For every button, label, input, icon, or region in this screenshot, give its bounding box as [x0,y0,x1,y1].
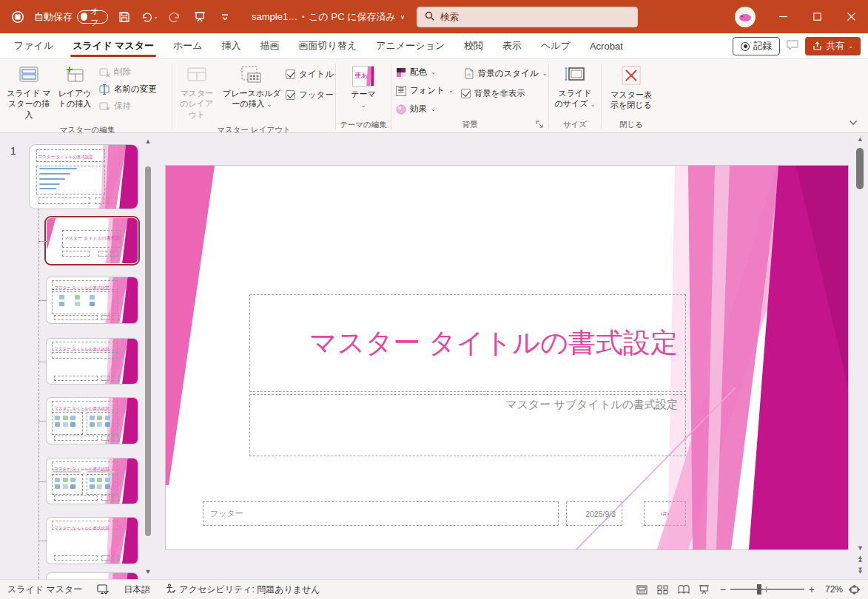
subtitle-placeholder[interactable]: マスター サブタイトルの書式設定 [249,394,686,456]
next-slide-icon[interactable]: ▼▼ [852,568,868,575]
zoom-level[interactable]: 72% [816,584,843,595]
slide-thumbnail-partial[interactable] [47,573,138,579]
fonts-button[interactable]: 亜 フォント⌄ [393,83,457,98]
slide-sorter-view-icon[interactable] [653,581,673,598]
tab-8[interactable]: 表示 [493,33,531,58]
autosave-toggle[interactable]: オフ [77,10,108,24]
slide-thumbnail-title-only[interactable]: マスター タイトルの書式設定 [47,518,138,564]
display-settings-icon[interactable] [90,584,116,595]
canvas-scrollbar[interactable]: ▲ ▼ ▲▲ ▼▼ [852,133,868,579]
zoom-in-icon[interactable]: + [809,583,815,595]
maximize-button[interactable] [800,0,834,33]
collapse-ribbon-icon[interactable] [849,118,858,128]
language-indicator[interactable]: 日本語 [116,583,158,596]
slide-thumbnail-title[interactable]: マスター タイトルの書式設定 [47,218,138,263]
close-master-view-icon [622,66,641,87]
minimize-button[interactable] [766,0,800,33]
zoom-slider[interactable] [730,589,804,590]
thumbnail-scroll-up-icon[interactable]: ▲ [144,138,152,145]
tab-10[interactable]: Acrobat [580,33,633,58]
save-icon[interactable] [115,8,133,26]
slide-thumbnail-two-content[interactable]: マスター タイトルの書式設定 [47,398,138,444]
save-status[interactable]: この PC に保存済み [309,10,396,24]
footer-checkbox-label: フッター [299,89,334,101]
undo-icon[interactable]: ⌄ [141,8,158,26]
slide-thumbnail-content[interactable]: マスター タイトルの書式設定 [47,277,138,323]
fonts-label: フォント [410,85,445,96]
fit-to-window-icon[interactable] [844,581,864,598]
colors-button[interactable]: 配色⌄ [393,64,457,80]
slideshow-icon[interactable] [191,8,209,26]
close-master-view-button[interactable]: マスター表示を閉じる [605,63,658,114]
delete-button[interactable]: 削除 [96,64,160,80]
close-button[interactable] [834,0,868,33]
thumbnail-scrollbar-thumb[interactable] [145,166,151,536]
rename-button[interactable]: 名前の変更 [96,81,160,97]
slide-number-placeholder[interactable]: ‹#› [644,501,686,526]
slide-master-layout[interactable]: マスター タイトルの書式設定 マスター サブタイトルの書式設定 フッター 202… [166,166,848,549]
themes-button[interactable]: 亜あ テーマ⌄ [343,63,384,113]
slideshow-view-icon[interactable] [695,581,714,598]
group-label-background: 背景 [393,118,547,132]
insert-placeholder-icon [240,66,263,86]
view-indicator[interactable]: スライド マスター [0,583,90,596]
tab-file[interactable]: ファイル [4,33,63,58]
tab-9[interactable]: ヘルプ [531,33,580,58]
zoom-out-icon[interactable]: − [720,583,726,595]
zoom-slider-thumb[interactable] [757,584,761,595]
canvas-scrollbar-thumb[interactable] [856,148,864,189]
share-label: 共有 [826,40,844,53]
insert-slide-master-button[interactable]: スライド マスターの挿入 [4,63,53,123]
slide-size-button[interactable]: スライドのサイズ ⌄ [552,63,598,112]
record-button[interactable]: 記録 [733,37,780,55]
slide-thumbnail-comparison[interactable]: マスター タイトルの書式設定 [47,458,138,504]
share-button[interactable]: 共有 ⌄ [805,37,861,55]
title-chevron-icon[interactable]: ∨ [400,13,406,21]
hide-background-checkbox[interactable]: 背景を非表示 [461,88,551,99]
qat-overflow-icon[interactable] [216,8,234,26]
tab-4[interactable]: 描画 [251,33,289,58]
tab-5[interactable]: 画面切り替え [289,33,367,58]
reading-view-icon[interactable] [674,581,693,598]
thumbnail-scroll-down-icon[interactable]: ▼ [144,568,152,575]
ribbon-group-master-layout: マスターのレイアウト プレースホルダーの挿入 ⌄ タイトル フッター [174,61,334,132]
ribbon-group-background: 配色⌄ 亜 フォント⌄ 効果⌄ 背景のスタイル⌄ [393,61,547,132]
preserve-button[interactable]: 保持 [96,98,160,114]
insert-placeholder-button[interactable]: プレースホルダーの挿入 ⌄ [220,63,284,112]
ribbon-separator [601,64,602,129]
date-placeholder[interactable]: 2025/9/3 [566,501,622,526]
slide-thumbnail-master[interactable]: マスター タイトルの書式設定 [30,145,138,209]
search-icon [425,11,434,23]
tab-6[interactable]: アニメーション [366,33,454,58]
previous-slide-icon[interactable]: ▲▲ [852,556,868,563]
canvas-scroll-down-icon[interactable]: ▼ [852,544,868,552]
comments-icon[interactable] [786,39,799,53]
tab-2[interactable]: ホーム [164,33,212,58]
thumbnail-scrollbar[interactable]: ▲ ▼ [143,133,153,579]
background-styles-button[interactable]: 背景のスタイル⌄ [461,66,551,81]
account-avatar[interactable] [735,7,756,27]
title-checkbox-label: タイトル [299,69,334,80]
footer-checkbox[interactable]: フッター [286,89,334,101]
normal-view-icon[interactable] [633,581,652,598]
ribbon-group-close: マスター表示を閉じる 閉じる [603,61,659,132]
background-dialog-launcher-icon[interactable] [535,120,545,130]
insert-layout-button[interactable]: レイアウトの挿入 [53,63,96,112]
title-checkbox[interactable]: タイトル [286,69,334,80]
canvas-scroll-up-icon[interactable]: ▲ [852,135,868,143]
accessibility-status[interactable]: アクセシビリティ: 問題ありません [158,583,327,596]
document-title[interactable]: sample1… [252,11,297,22]
footer-placeholder[interactable]: フッター [203,501,559,526]
powerpoint-logo-icon[interactable] [9,8,27,26]
slide-thumbnail-section[interactable]: マスター タイトルの書式設定 [47,339,138,384]
redo-icon[interactable] [166,8,184,26]
insert-slide-master-label: スライド マスターの挿入 [7,88,51,120]
tab-1[interactable]: スライド マスター [63,33,164,58]
title-separator: • [302,13,304,21]
tab-3[interactable]: 挿入 [212,33,251,58]
master-layout-button[interactable]: マスターのレイアウト [174,63,220,123]
effects-button[interactable]: 効果⌄ [393,101,457,117]
search-input[interactable]: 検索 [417,7,638,27]
tab-7[interactable]: 校閲 [454,33,493,58]
title-placeholder[interactable]: マスター タイトルの書式設定 [249,294,686,392]
